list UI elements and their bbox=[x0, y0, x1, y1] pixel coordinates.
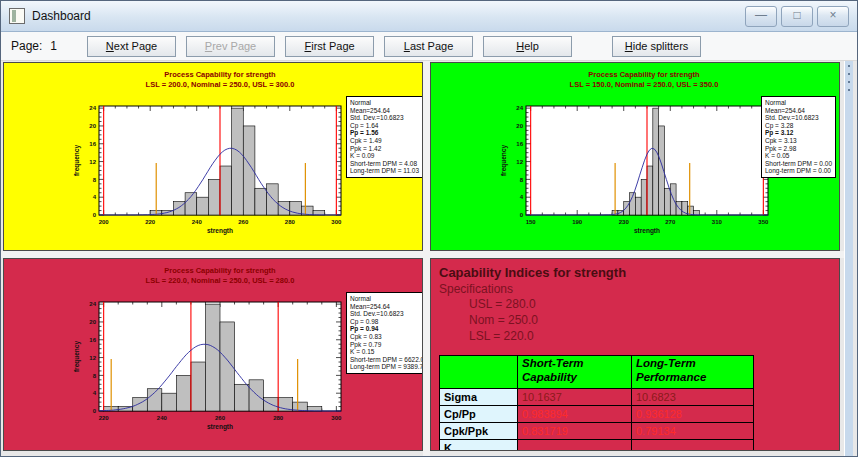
legend-line: Std. Dev.=10.6823 bbox=[350, 310, 423, 318]
legend-line: Short-term DPM = 0.00 bbox=[765, 160, 832, 168]
table-row: Cpk/Ppk0.8317190.79134 bbox=[440, 423, 754, 440]
dashboard-window: Dashboard — □ × Page: 1 Next Page Prev P… bbox=[0, 0, 858, 457]
svg-text:24: 24 bbox=[89, 301, 96, 307]
legend-line: Long-term DPM = 11.03 bbox=[350, 167, 419, 175]
svg-text:strength: strength bbox=[634, 227, 660, 235]
legend-line: Pp = 3.12 bbox=[765, 129, 832, 137]
close-button[interactable]: × bbox=[817, 6, 849, 27]
svg-text:frequency: frequency bbox=[73, 341, 81, 372]
minimize-button[interactable]: — bbox=[745, 6, 777, 27]
svg-text:strength: strength bbox=[207, 423, 233, 431]
chart-subtitle: LSL = 150.0, Nominal = 250.0, USL = 350.… bbox=[570, 80, 719, 89]
svg-text:260: 260 bbox=[215, 415, 226, 421]
chart-legend: NormalMean=254.64Std. Dev.=10.6823Cp = 3… bbox=[761, 96, 836, 178]
svg-text:frequency: frequency bbox=[73, 145, 81, 176]
value-cell: 0.79134 bbox=[632, 423, 754, 440]
first-page-button[interactable]: First Page bbox=[285, 36, 374, 57]
svg-text:4: 4 bbox=[520, 194, 524, 200]
svg-text:200: 200 bbox=[99, 219, 110, 225]
splitter-grip[interactable] bbox=[844, 61, 853, 456]
svg-text:4: 4 bbox=[93, 390, 97, 396]
process-capability-panel-top-right: Process Capability for strength LSL = 15… bbox=[430, 62, 840, 251]
capability-indices-table: Short-Term Capability Long-Term Performa… bbox=[439, 355, 754, 451]
legend-line: Long-term DPM = 9389.7 bbox=[350, 363, 423, 371]
svg-text:270: 270 bbox=[665, 219, 676, 225]
value-cell: 0.936128 bbox=[632, 406, 754, 423]
svg-text:24: 24 bbox=[516, 105, 523, 111]
value-cell bbox=[518, 440, 632, 452]
legend-line: Mean=254.64 bbox=[765, 107, 832, 115]
svg-text:20: 20 bbox=[516, 123, 523, 129]
legend-line: Mean=254.64 bbox=[350, 107, 419, 115]
next-page-button[interactable]: Next Page bbox=[87, 36, 176, 57]
table-header-row: Short-Term Capability Long-Term Performa… bbox=[440, 356, 754, 389]
specifications-label: Specifications bbox=[439, 282, 839, 296]
legend-line: Cp = 0.98 bbox=[350, 318, 423, 326]
row-label: Cpk/Ppk bbox=[440, 423, 518, 440]
chart-legend: NormalMean=254.64Std. Dev.=10.6823Cp = 0… bbox=[346, 292, 423, 374]
process-capability-panel-top-left: Process Capability for strength LSL = 20… bbox=[3, 62, 423, 251]
svg-text:260: 260 bbox=[238, 219, 249, 225]
row-label: Cp/Pp bbox=[440, 406, 518, 423]
svg-text:strength: strength bbox=[207, 227, 233, 235]
svg-text:0: 0 bbox=[93, 212, 97, 218]
help-button[interactable]: Help bbox=[483, 36, 572, 57]
capability-indices-title: Capability Indices for strength bbox=[439, 265, 839, 280]
dashboard-icon bbox=[9, 8, 25, 24]
value-cell: 0.983894 bbox=[518, 406, 632, 423]
chart-title: Process Capability for strength bbox=[588, 70, 700, 79]
client-area: Process Capability for strength LSL = 20… bbox=[1, 61, 857, 456]
titlebar: Dashboard — □ × bbox=[1, 1, 857, 32]
legend-line: Pp = 1.56 bbox=[350, 129, 419, 137]
svg-text:310: 310 bbox=[712, 219, 723, 225]
svg-text:190: 190 bbox=[572, 219, 583, 225]
svg-text:16: 16 bbox=[516, 141, 523, 147]
spec-usl: USL = 280.0 bbox=[469, 296, 839, 312]
row-label: K bbox=[440, 440, 518, 452]
svg-text:280: 280 bbox=[285, 219, 296, 225]
spec-nom: Nom = 250.0 bbox=[469, 312, 839, 328]
spec-lsl: LSL = 220.0 bbox=[469, 328, 839, 344]
header-short-term: Short-Term Capability bbox=[518, 356, 632, 389]
chart-title: Process Capability for strength bbox=[164, 70, 276, 79]
value-cell: 10.6823 bbox=[632, 389, 754, 406]
svg-text:8: 8 bbox=[93, 177, 97, 183]
svg-text:20: 20 bbox=[89, 319, 96, 325]
toolbar: Page: 1 Next Page Prev Page First Page L… bbox=[1, 32, 857, 61]
svg-text:300: 300 bbox=[331, 415, 342, 421]
legend-line: Std. Dev.=10.6823 bbox=[765, 114, 832, 122]
svg-text:300: 300 bbox=[331, 219, 342, 225]
svg-text:frequency: frequency bbox=[500, 145, 508, 176]
header-empty-cell bbox=[440, 356, 518, 389]
table-row: K bbox=[440, 440, 754, 452]
legend-line: Std. Dev.=10.6823 bbox=[350, 114, 419, 122]
svg-text:24: 24 bbox=[89, 105, 96, 111]
legend-line: Short-term DPM = 6622.0 bbox=[350, 356, 423, 364]
svg-text:220: 220 bbox=[145, 219, 156, 225]
legend-line: Mean=254.64 bbox=[350, 303, 423, 311]
last-page-button[interactable]: Last Page bbox=[384, 36, 473, 57]
prev-page-button[interactable]: Prev Page bbox=[186, 36, 275, 57]
row-label: Sigma bbox=[440, 389, 518, 406]
legend-line: Pp = 0.94 bbox=[350, 325, 423, 333]
legend-line: Short-term DPM = 4.08 bbox=[350, 160, 419, 168]
svg-text:12: 12 bbox=[89, 355, 96, 361]
chart-legend: NormalMean=254.64Std. Dev.=10.6823Cp = 1… bbox=[346, 96, 423, 178]
svg-text:220: 220 bbox=[99, 415, 110, 421]
value-cell: 0.831719 bbox=[518, 423, 632, 440]
table-row: Cp/Pp0.9838940.936128 bbox=[440, 406, 754, 423]
legend-line: Normal bbox=[350, 295, 423, 303]
header-long-term: Long-Term Performance bbox=[632, 356, 754, 389]
legend-line: K = 0.09 bbox=[350, 152, 419, 160]
svg-text:12: 12 bbox=[516, 159, 523, 165]
horizontal-splitter[interactable] bbox=[1, 251, 844, 258]
legend-line: K = 0.15 bbox=[350, 348, 423, 356]
restore-button[interactable]: □ bbox=[781, 6, 813, 27]
svg-text:4: 4 bbox=[93, 194, 97, 200]
svg-text:8: 8 bbox=[93, 373, 97, 379]
vertical-splitter[interactable] bbox=[423, 61, 430, 456]
legend-line: K = 0.05 bbox=[765, 152, 832, 160]
svg-text:350: 350 bbox=[758, 219, 769, 225]
hide-splitters-button[interactable]: Hide splitters bbox=[612, 36, 701, 57]
svg-text:20: 20 bbox=[89, 123, 96, 129]
